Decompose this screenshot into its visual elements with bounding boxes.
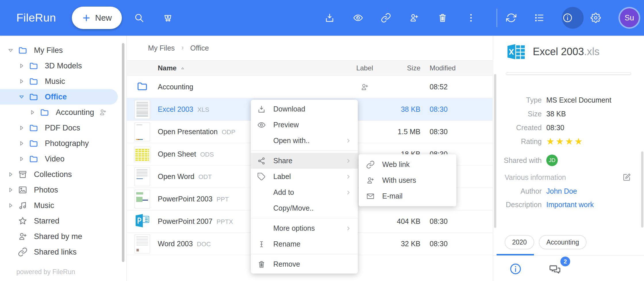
sidebar-item-photography[interactable]: Photography (0, 136, 126, 151)
detail-row-type: TypeMS Excel Document (493, 93, 644, 107)
user-avatar[interactable]: Su (620, 8, 639, 27)
toolbar-search-icon[interactable] (134, 13, 144, 23)
toolbar-dots-vertical-icon[interactable] (466, 13, 476, 23)
sidebar-item-photos[interactable]: Photos (0, 182, 126, 198)
file-size: 404 KB (388, 217, 425, 226)
menu-item-label: Preview (273, 121, 299, 129)
sidebar-item-accounting[interactable]: Accounting (0, 105, 126, 120)
menu-item-download[interactable]: Download (251, 101, 358, 117)
toolbar-eye-icon[interactable] (353, 13, 363, 23)
toolbar-trash-icon[interactable] (437, 13, 448, 23)
expand-toggle-icon[interactable] (17, 124, 26, 132)
sidebar-item-office[interactable]: Office (0, 89, 118, 105)
toolbar-refresh-icon[interactable] (506, 13, 516, 23)
toolbar-download-icon[interactable] (324, 13, 335, 23)
sidebar-item-label: 3D Models (45, 61, 82, 70)
toolbar-list-view-icon[interactable] (534, 13, 544, 23)
app-logo[interactable]: FileRun (16, 0, 56, 36)
file-extension: ODT (198, 173, 212, 181)
expand-toggle-icon[interactable] (17, 77, 26, 86)
collapse-toggle-icon[interactable] (6, 46, 15, 55)
sidebar-item-label: Shared by me (34, 232, 82, 241)
tab-info[interactable] (509, 263, 522, 275)
menu-item-rename[interactable]: Rename (251, 236, 358, 252)
star-icon (18, 216, 28, 226)
sidebar-item-pdf-docs[interactable]: PDF Docs (0, 120, 126, 136)
tag-2020[interactable]: 2020 (505, 235, 534, 249)
expand-toggle-icon[interactable] (17, 155, 26, 163)
sidebar-item-label: Accounting (56, 108, 94, 117)
shared-with-avatar[interactable]: JD (546, 155, 558, 166)
sidebar-scrollbar-thumb[interactable] (122, 43, 124, 262)
file-thumbnail (134, 122, 150, 141)
column-header-modified[interactable]: Modified (425, 64, 493, 72)
sidebar-item-shared-links[interactable]: Shared links (0, 244, 126, 260)
menu-item-web-link[interactable]: Web link (359, 157, 456, 172)
sidebar-item-label: Shared links (34, 248, 77, 257)
menu-item-with-users[interactable]: With users (359, 172, 456, 188)
table-header: Name Label Size Modified (127, 60, 493, 76)
column-header-size[interactable]: Size (388, 64, 425, 72)
sidebar-item-collections[interactable]: Collections (0, 167, 126, 182)
breadcrumb-item-my-files[interactable]: My Files (148, 44, 175, 52)
file-label-cell (342, 83, 388, 91)
sidebar-item-starred[interactable]: Starred (0, 213, 126, 229)
sidebar-item-3d-models[interactable]: 3D Models (0, 58, 126, 74)
file-thumbnail (134, 234, 150, 253)
top-bar: FileRun New Su (0, 0, 644, 36)
music-note-icon (18, 201, 28, 210)
new-button[interactable]: New (72, 7, 122, 29)
file-extension: PPTX (216, 218, 233, 226)
toolbar-info-icon[interactable] (562, 13, 573, 23)
menu-item-more-options[interactable]: More options (251, 220, 358, 236)
column-header-name[interactable]: Name (158, 64, 342, 72)
file-size: 38 KB (388, 105, 425, 113)
menu-item-label[interactable]: Label (251, 169, 358, 184)
detail-row-rating: Rating★★★★ (493, 134, 644, 148)
sidebar-item-shared-by-me[interactable]: Shared by me (0, 229, 126, 244)
trash-icon (257, 260, 266, 269)
menu-item-label: Open with.. (273, 136, 309, 145)
menu-item-open-with[interactable]: Open with.. (251, 133, 358, 149)
tag-accounting[interactable]: Accounting (539, 235, 587, 249)
menu-item-share[interactable]: Share (251, 153, 358, 169)
file-row-accounting[interactable]: Accounting08:52 (127, 76, 493, 98)
sidebar-item-my-files[interactable]: My Files (0, 43, 126, 58)
menu-item-copy-move[interactable]: Copy/Move.. (251, 200, 358, 216)
folder-icon (29, 61, 39, 71)
expand-toggle-icon[interactable] (28, 108, 37, 117)
tab-comments[interactable] (549, 263, 561, 276)
expand-toggle-icon[interactable] (17, 139, 26, 148)
menu-item-preview[interactable]: Preview (251, 117, 358, 133)
details-scrollbar-thumb[interactable] (641, 151, 643, 228)
breadcrumb-item-office[interactable]: Office (190, 44, 209, 52)
file-list-scrollbar-thumb[interactable] (494, 74, 496, 228)
sidebar-item-label: Photos (34, 186, 58, 195)
toolbar-cart-icon[interactable] (163, 13, 173, 23)
detail-link-value[interactable]: John Doe (546, 187, 577, 195)
sidebar-item-music[interactable]: Music (0, 198, 126, 213)
folder-icon (29, 123, 39, 133)
menu-item-remove[interactable]: Remove (251, 256, 358, 272)
sidebar-item-video[interactable]: Video (0, 151, 126, 167)
chevron-right-icon (345, 189, 351, 196)
rating-stars[interactable]: ★★★★ (546, 136, 584, 147)
toolbar-person-add-icon[interactable] (409, 13, 419, 23)
detail-link-value[interactable]: Important work (546, 201, 594, 209)
sidebar-item-music[interactable]: Music (0, 74, 126, 89)
collapse-toggle-icon[interactable] (17, 93, 26, 101)
edit-icon[interactable] (622, 173, 631, 182)
toolbar-link-icon[interactable] (381, 13, 391, 23)
expand-toggle-icon[interactable] (6, 170, 15, 179)
menu-item-e-mail[interactable]: E-mail (359, 188, 456, 204)
sort-ascending-icon (180, 66, 185, 71)
menu-divider (251, 254, 358, 254)
menu-item-add-to[interactable]: Add to (251, 184, 358, 200)
column-header-label[interactable]: Label (342, 64, 388, 72)
toolbar-settings-icon[interactable] (591, 13, 601, 23)
share-icon (257, 157, 266, 165)
expand-toggle-icon[interactable] (6, 186, 15, 194)
expand-toggle-icon[interactable] (17, 61, 26, 70)
image-icon (18, 185, 28, 195)
expand-toggle-icon[interactable] (6, 201, 15, 210)
